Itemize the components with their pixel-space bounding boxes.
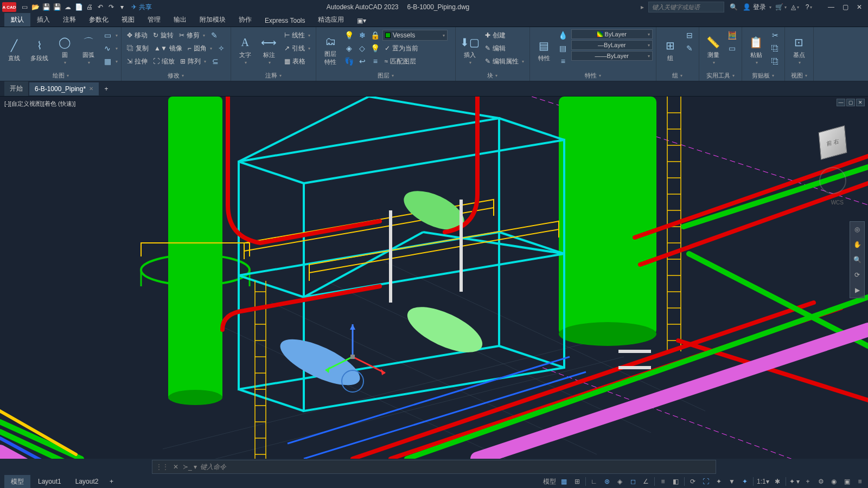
layer-on-icon[interactable]: 💡 <box>369 42 381 54</box>
start-tab[interactable]: 开始 <box>4 81 28 96</box>
panel-label-view[interactable]: 视图 <box>788 70 810 80</box>
explode-icon[interactable]: ✧ <box>215 42 227 54</box>
maximize-button[interactable]: ▢ <box>839 2 852 12</box>
custom-icon[interactable]: ≡ <box>854 476 866 487</box>
dimension-button[interactable]: ⟷标注▾ <box>258 29 280 70</box>
insert-block-button[interactable]: ⬇▢插入▾ <box>459 29 481 70</box>
redo-icon[interactable]: ↷ <box>106 2 116 12</box>
cleanscreen-icon[interactable]: ▣ <box>841 476 853 487</box>
circle-button[interactable]: ◯圆▾ <box>54 29 75 70</box>
ribbon-tab-addins[interactable]: 附加模块 <box>193 13 232 27</box>
app-icon[interactable]: A CAD <box>2 2 16 12</box>
otrack-icon[interactable]: ∠ <box>640 476 652 487</box>
3dosnap-icon[interactable]: ⛶ <box>700 476 712 487</box>
cut-icon[interactable]: ✂ <box>769 29 781 41</box>
layer-properties-button[interactable]: 🗂图层 特性 <box>320 29 341 70</box>
saveas-icon[interactable]: 💾 <box>52 2 62 12</box>
new-icon[interactable]: ▭ <box>20 2 29 12</box>
polyline-button[interactable]: ⌇多段线 <box>27 29 52 70</box>
select-icon[interactable]: ▭ <box>726 42 738 54</box>
panel-label-annotation[interactable]: 注释 <box>234 70 312 80</box>
erase-icon[interactable]: ✎ <box>208 29 220 41</box>
layer-off-icon[interactable]: 💡 <box>343 29 355 41</box>
calc-icon[interactable]: 🧮 <box>726 29 738 41</box>
viewcube[interactable]: 前 右 <box>814 124 852 162</box>
color-dropdown[interactable]: ByLayer <box>571 29 653 39</box>
viewport-label[interactable]: [-][自定义视图][着色 (快速)] <box>4 100 75 108</box>
lineweight-dropdown[interactable]: — ByLayer <box>571 40 653 50</box>
open-icon[interactable]: 📂 <box>30 2 40 12</box>
add-layout-button[interactable]: + <box>106 478 117 485</box>
gizmo-icon[interactable]: ✦ <box>739 476 751 487</box>
table-button[interactable]: ▦ 表格 <box>282 55 312 67</box>
annoscale-button[interactable]: 1:1 ▾ <box>756 476 770 487</box>
help-icon[interactable]: ?▾ <box>804 2 814 12</box>
layer-walk-icon[interactable]: 👣 <box>343 55 355 67</box>
layout1-tab[interactable]: Layout1 <box>31 476 68 487</box>
line-button[interactable]: ╱直线 <box>3 29 25 70</box>
move-button[interactable]: ✥ 移动 <box>125 29 150 41</box>
lineweight-icon[interactable]: ≡ <box>657 476 669 487</box>
pan-icon[interactable]: ✋ <box>850 237 864 252</box>
panel-label-properties[interactable]: 特性 <box>533 70 653 80</box>
search-icon[interactable]: 🔍 <box>729 2 738 12</box>
panel-label-modify[interactable]: 修改 <box>125 70 227 80</box>
make-current-button[interactable]: ✓ 置为当前 <box>382 42 420 54</box>
stretch-button[interactable]: ⇲ 拉伸 <box>125 55 150 67</box>
panel-label-layers[interactable]: 图层 <box>320 70 452 80</box>
panel-label-draw[interactable]: 绘图 <box>3 70 118 80</box>
annovisibility-icon[interactable]: ✱ <box>771 476 783 487</box>
iso-icon[interactable]: ◈ <box>614 476 626 487</box>
close-button[interactable]: ✕ <box>853 2 866 12</box>
linear-dim-button[interactable]: ⊢ 线性▾ <box>282 29 312 41</box>
isolate-icon[interactable]: ◉ <box>828 476 840 487</box>
nav-wheel[interactable] <box>819 167 846 194</box>
viewport[interactable]: [-][自定义视图][着色 (快速)] — ▢ ✕ 前 右 WCS ◎ ✋ 🔍 … <box>0 97 868 459</box>
ribbon-tab-parametric[interactable]: 参数化 <box>82 13 115 27</box>
prop-palette-icon[interactable]: ▤ <box>557 42 569 54</box>
group-edit-icon[interactable]: ✎ <box>684 42 695 54</box>
snap-icon[interactable]: ⊞ <box>571 476 583 487</box>
workspace-icon[interactable]: ✦ ▾ <box>788 476 801 487</box>
ortho-icon[interactable]: ∟ <box>588 476 600 487</box>
ribbon-tab-annotate[interactable]: 注释 <box>56 13 82 27</box>
hardware-icon[interactable]: ⚙ <box>815 476 827 487</box>
monitor-icon[interactable]: + <box>802 476 814 487</box>
cmd-close-icon[interactable]: ✕ <box>172 463 180 471</box>
ribbon-tab-featured[interactable]: 精选应用 <box>311 13 350 27</box>
vp-maximize-icon[interactable]: ▢ <box>846 99 855 106</box>
command-input[interactable]: 键入命令 <box>200 463 712 472</box>
layer-iso-icon[interactable]: ◈ <box>343 42 355 54</box>
copy-button[interactable]: ⿻ 复制 <box>125 42 151 54</box>
edit-block-button[interactable]: ✎ 编辑 <box>483 42 526 54</box>
autodesk-icon[interactable]: ◬▾ <box>790 2 800 12</box>
offset-icon[interactable]: ⊆ <box>209 55 221 67</box>
save-icon[interactable]: 💾 <box>41 2 51 12</box>
zoom-icon[interactable]: 🔍 <box>850 252 864 267</box>
vp-close-icon[interactable]: ✕ <box>856 99 865 106</box>
layout2-tab[interactable]: Layout2 <box>69 476 105 487</box>
cmd-grip-icon[interactable]: ⋮⋮ <box>156 463 169 471</box>
cart-icon[interactable]: 🛒▾ <box>776 2 786 12</box>
rotate-button[interactable]: ↻ 旋转 <box>151 29 176 41</box>
scale-button[interactable]: ⛶ 缩放 <box>151 55 177 67</box>
ribbon-tab-insert[interactable]: 插入 <box>30 13 56 27</box>
close-tab-icon[interactable]: ✕ <box>89 86 93 92</box>
fillet-button[interactable]: ⌐ 圆角▾ <box>186 42 214 54</box>
plot-icon[interactable]: 📄 <box>74 2 84 12</box>
mirror-button[interactable]: ▲▼ 镜像 <box>152 42 184 54</box>
layer-uniso-icon[interactable]: ◇ <box>356 42 368 54</box>
ribbon-tab-express[interactable]: Express Tools <box>258 15 311 27</box>
copy-clip-icon[interactable]: ⿻ <box>769 42 781 54</box>
group-button[interactable]: ⊞组 <box>660 29 681 70</box>
grid-icon[interactable]: ▦ <box>558 476 570 487</box>
hatch-icon[interactable]: ▦ <box>101 55 113 67</box>
model-tab[interactable]: 模型 <box>4 475 30 489</box>
polar-icon[interactable]: ⊛ <box>601 476 613 487</box>
transparency-icon[interactable]: ◧ <box>670 476 682 487</box>
properties-button[interactable]: ▤特性 <box>533 29 555 70</box>
filter-icon[interactable]: ▼ <box>726 476 738 487</box>
minimize-button[interactable]: — <box>825 2 838 12</box>
layer-lock-icon[interactable]: 🔒 <box>369 29 381 41</box>
trim-button[interactable]: ✂ 修剪▾ <box>177 29 207 41</box>
